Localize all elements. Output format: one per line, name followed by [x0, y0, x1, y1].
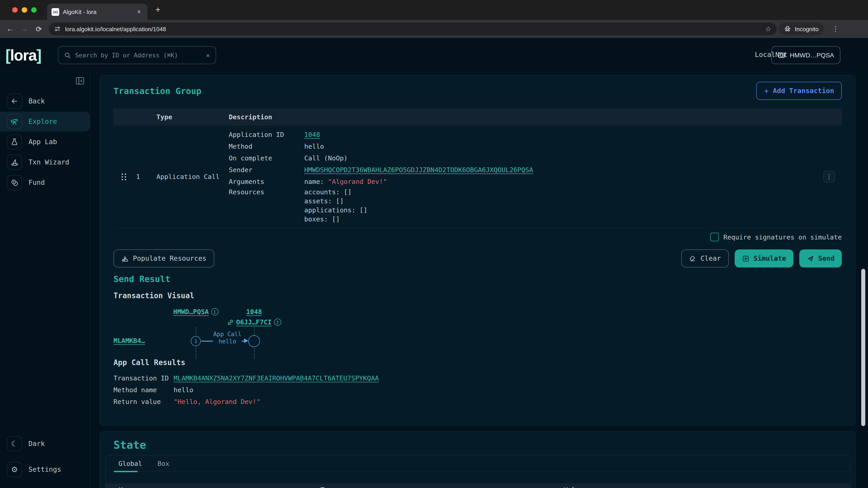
- app-body: Back Explore: [0, 72, 868, 488]
- row-index: 1: [136, 173, 156, 180]
- diagram-edge-label: App Call hello: [213, 331, 241, 345]
- address-bar[interactable]: lora.algokit.io/localnet/application/104…: [49, 23, 777, 35]
- kebab-icon: ⋮: [826, 173, 832, 180]
- search-box[interactable]: ✕: [58, 46, 216, 64]
- browser-reload-icon[interactable]: ⟳: [33, 23, 45, 35]
- action-buttons-row: Populate Resources Clear: [114, 250, 842, 267]
- sidebar-item-explore[interactable]: Explore: [0, 111, 90, 131]
- result-transaction-id-link[interactable]: MLAMKB4ANXZ5NA2XY7ZNF3EAIROHVWPAB4A7CLT6…: [174, 375, 379, 382]
- diagram-arrowhead: [244, 338, 248, 343]
- close-window-button[interactable]: [12, 7, 18, 13]
- sidebar-item-app-lab[interactable]: App Lab: [0, 132, 90, 152]
- transaction-row[interactable]: 1 Application Call Application ID 1048 M…: [114, 126, 842, 228]
- page-scrollbar-thumb[interactable]: [861, 269, 865, 426]
- wallet-button[interactable]: HMWD…PQSA: [771, 46, 840, 64]
- group-badge: 2: [274, 319, 281, 326]
- bookmark-star-icon[interactable]: ☆: [765, 25, 771, 33]
- sidebar-item-label: Back: [29, 97, 45, 105]
- search-input[interactable]: [75, 52, 202, 59]
- column-type: Type: [320, 486, 336, 488]
- field-on-complete: On complete Call (NoOp): [229, 152, 816, 164]
- eraser-icon: [689, 255, 696, 262]
- field-arguments: Arguments name: "Algorand Dev!": [229, 176, 816, 188]
- search-icon: [64, 52, 71, 59]
- clear-button[interactable]: Clear: [682, 250, 728, 267]
- state-tabs: Global Box: [106, 455, 850, 472]
- diagram-edge: [201, 341, 213, 341]
- search-clear-icon[interactable]: ✕: [206, 52, 210, 59]
- sender-address-link[interactable]: HMWDSHQCOPD2T36WBAHLAZ6PO5GDJJZBN4D2TODK…: [304, 166, 533, 173]
- minimize-window-button[interactable]: [22, 7, 27, 13]
- new-tab-button[interactable]: +: [156, 4, 160, 14]
- row-divider: [114, 228, 842, 228]
- logo-bracket-close: ]: [36, 46, 41, 64]
- transaction-visual-title: Transaction Visual: [114, 291, 194, 300]
- browser-forward-icon[interactable]: →: [18, 23, 31, 35]
- send-result-title: Send Result: [114, 274, 170, 284]
- incognito-icon: [784, 25, 791, 33]
- sidebar-item-label: Fund: [29, 178, 45, 187]
- row-menu-button[interactable]: ⋮: [823, 171, 835, 183]
- transaction-description: Application ID 1048 Method hello On comp…: [229, 126, 816, 228]
- sidebar-item-settings[interactable]: ⚙ Settings: [0, 459, 90, 480]
- app-call-results: Transaction ID MLAMKB4ANXZ5NA2XY7ZNF3EAI…: [114, 372, 842, 408]
- simulate-button[interactable]: Simulate: [735, 250, 794, 267]
- populate-resources-button[interactable]: Populate Resources: [114, 250, 214, 267]
- sidebar-item-fund[interactable]: Fund: [0, 173, 90, 193]
- url-text[interactable]: lora.algokit.io/localnet/application/104…: [65, 26, 761, 32]
- send-button[interactable]: Send: [799, 250, 842, 267]
- main-content: Transaction Group + Add Transaction Type…: [90, 72, 868, 488]
- tab-box[interactable]: Box: [158, 460, 169, 467]
- gear-icon: ⚙: [7, 462, 22, 477]
- sidebar-item-back[interactable]: Back: [0, 91, 90, 111]
- drag-handle-icon[interactable]: [122, 173, 127, 180]
- application-id-link[interactable]: 1048: [304, 131, 320, 138]
- require-signatures-checkbox[interactable]: [710, 233, 719, 241]
- maximize-window-button[interactable]: [31, 7, 37, 13]
- tab-close-icon[interactable]: ✕: [135, 8, 143, 15]
- logo-text: lora: [10, 46, 37, 64]
- result-row-method-name: Method name hello: [114, 384, 842, 396]
- screen: [ak] AlgoKit - lora ✕ + ← → ⟳ lora.algok…: [0, 0, 868, 488]
- sidebar-item-txn-wizard[interactable]: Txn Wizard: [0, 152, 90, 172]
- diagram-from-node[interactable]: 1: [191, 336, 201, 346]
- app-call-results-title: App Call Results: [114, 358, 185, 367]
- browser-back-icon[interactable]: ←: [4, 23, 16, 35]
- window-controls: [12, 7, 37, 13]
- sidebar-item-theme-toggle[interactable]: ☾ Dark: [0, 434, 90, 454]
- tab-global[interactable]: Global: [119, 460, 142, 467]
- browser-tabstrip: [ak] AlgoKit - lora ✕ +: [0, 0, 868, 20]
- transaction-visual-diagram: HMWD…PQSA 1 1048: [114, 307, 394, 362]
- populate-resources-label: Populate Resources: [133, 254, 206, 263]
- logo-bracket-open: [: [5, 46, 10, 64]
- populate-resources-icon: [121, 255, 129, 262]
- browser-tab[interactable]: [ak] AlgoKit - lora ✕: [47, 4, 147, 20]
- sender-short-link[interactable]: HMWD…PQSA: [173, 308, 209, 315]
- column-description: Description: [229, 113, 816, 121]
- group-short-link[interactable]: O6JJ…F7CI: [236, 319, 272, 326]
- field-method: Method hello: [229, 140, 816, 152]
- diagram-to-node[interactable]: [248, 335, 260, 347]
- simulate-label: Simulate: [753, 254, 786, 263]
- tab-title: AlgoKit - lora: [63, 8, 131, 15]
- lora-logo[interactable]: [lora]: [5, 46, 41, 64]
- transaction-group-card: Transaction Group + Add Transaction Type…: [99, 74, 856, 426]
- add-transaction-button[interactable]: + Add Transaction: [756, 82, 842, 100]
- return-value-string: "Hello, Algorand Dev!": [174, 396, 842, 408]
- sidebar-item-label: Explore: [29, 118, 57, 126]
- sidebar-nav: Back Explore: [0, 91, 90, 193]
- sidebar-collapse-icon[interactable]: [75, 77, 85, 88]
- sidebar-item-label: Settings: [29, 465, 61, 474]
- sidebar-item-label: Txn Wizard: [29, 158, 69, 166]
- coins-icon: [7, 175, 22, 190]
- tab-favicon: [ak]: [52, 8, 59, 15]
- wizard-hat-icon: [7, 155, 22, 170]
- resource-line: applications: []: [304, 205, 816, 215]
- column-key: Key: [119, 486, 131, 488]
- incognito-label: Incognito: [795, 26, 819, 32]
- browser-menu-icon[interactable]: ⋮: [830, 25, 842, 33]
- transaction-type: Application Call: [156, 173, 229, 180]
- application-short-link[interactable]: 1048: [246, 308, 262, 315]
- site-info-icon[interactable]: [54, 26, 61, 32]
- transaction-short-link[interactable]: MLAMKB4…: [114, 337, 145, 344]
